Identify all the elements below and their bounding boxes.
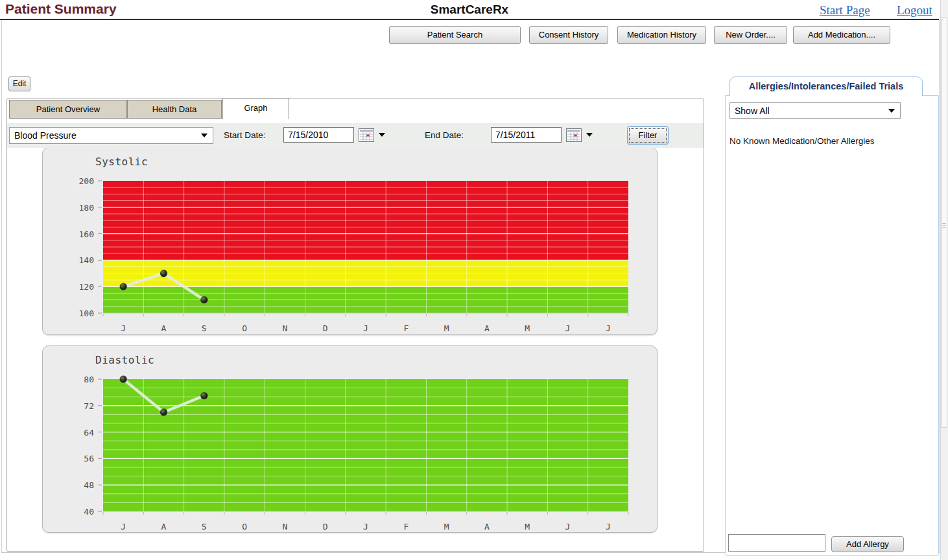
svg-text:180: 180 bbox=[79, 203, 94, 213]
svg-text:48: 48 bbox=[84, 480, 94, 490]
tab-health-data[interactable]: Health Data bbox=[127, 100, 222, 119]
vertical-scrollbar-thumb[interactable] bbox=[941, 17, 947, 428]
chevron-down-icon bbox=[888, 109, 895, 113]
svg-text:A: A bbox=[484, 522, 490, 531]
medication-history-button[interactable]: Medication History bbox=[617, 26, 706, 44]
svg-text:M: M bbox=[525, 323, 530, 333]
start-page-link[interactable]: Start Page bbox=[820, 3, 870, 18]
graph-filter-bar: Blood Pressure Start Date: End Date: bbox=[7, 123, 704, 148]
filter-button[interactable]: Filter bbox=[627, 126, 669, 145]
svg-text:N: N bbox=[282, 522, 287, 531]
scrollbar-gripper-icon bbox=[942, 223, 946, 228]
svg-text:A: A bbox=[484, 323, 490, 333]
edit-button[interactable]: Edit bbox=[8, 76, 30, 91]
diastolic-chart-title: Diastolic bbox=[95, 354, 154, 366]
calendar-icon[interactable] bbox=[566, 128, 582, 142]
svg-text:140: 140 bbox=[79, 255, 94, 265]
calendar-icon[interactable] bbox=[359, 128, 374, 142]
chevron-down-icon bbox=[201, 134, 207, 137]
svg-text:56: 56 bbox=[84, 454, 94, 463]
allergies-panel bbox=[725, 95, 939, 556]
allergy-filter-dropdown[interactable]: Show All bbox=[729, 102, 901, 119]
systolic-chart-plot: 100120140160180200JASONDJFMAMJJ bbox=[43, 148, 658, 336]
svg-text:J: J bbox=[363, 323, 368, 333]
svg-text:D: D bbox=[323, 522, 328, 531]
svg-text:72: 72 bbox=[84, 401, 94, 411]
svg-text:M: M bbox=[444, 522, 449, 531]
svg-text:J: J bbox=[565, 522, 571, 531]
measure-dropdown-value: Blood Pressure bbox=[14, 128, 77, 143]
svg-text:M: M bbox=[525, 522, 530, 531]
svg-text:D: D bbox=[323, 323, 328, 333]
svg-text:A: A bbox=[161, 522, 167, 531]
start-date-input[interactable] bbox=[283, 127, 354, 143]
systolic-chart-title: Systolic bbox=[95, 156, 148, 168]
consent-history-button[interactable]: Consent History bbox=[529, 26, 608, 44]
svg-text:J: J bbox=[606, 323, 611, 333]
new-order-button[interactable]: New Order.... bbox=[714, 26, 787, 44]
end-date-label: End Date: bbox=[425, 123, 464, 148]
end-date-input[interactable] bbox=[491, 127, 562, 143]
tab-graph[interactable]: Graph bbox=[222, 98, 289, 119]
logout-link[interactable]: Logout bbox=[897, 3, 932, 18]
svg-text:J: J bbox=[565, 323, 571, 333]
svg-text:100: 100 bbox=[79, 309, 94, 318]
svg-text:64: 64 bbox=[84, 428, 94, 438]
svg-text:S: S bbox=[202, 323, 207, 333]
add-medication-button[interactable]: Add Medication.... bbox=[793, 26, 890, 44]
no-allergies-message: No Known Medication/Other Allergies bbox=[729, 136, 875, 146]
allergies-panel-title: Allergies/Intolerances/Failed Trials bbox=[729, 76, 923, 96]
svg-text:J: J bbox=[121, 323, 126, 333]
svg-text:O: O bbox=[242, 522, 247, 531]
svg-text:F: F bbox=[403, 323, 409, 333]
svg-text:M: M bbox=[444, 323, 449, 333]
patient-search-button[interactable]: Patient Search bbox=[389, 26, 521, 44]
svg-text:J: J bbox=[121, 522, 126, 531]
add-allergy-input[interactable] bbox=[728, 534, 825, 552]
chevron-down-icon[interactable] bbox=[379, 133, 385, 137]
add-allergy-button[interactable]: Add Allergy bbox=[831, 536, 904, 552]
measure-dropdown[interactable]: Blood Pressure bbox=[9, 127, 213, 144]
start-date-label: Start Date: bbox=[224, 123, 266, 148]
diastolic-chart-card: 404856647280JASONDJFMAMJJ Diastolic bbox=[42, 345, 658, 533]
svg-text:40: 40 bbox=[84, 507, 94, 517]
svg-text:F: F bbox=[403, 522, 409, 531]
chevron-down-icon[interactable] bbox=[586, 133, 593, 137]
tab-patient-overview[interactable]: Patient Overview bbox=[9, 100, 127, 119]
svg-text:160: 160 bbox=[79, 229, 94, 239]
svg-text:O: O bbox=[242, 323, 247, 333]
svg-text:J: J bbox=[606, 522, 611, 531]
systolic-chart-card: 100120140160180200JASONDJFMAMJJ Systolic bbox=[42, 147, 658, 335]
svg-text:120: 120 bbox=[79, 282, 94, 292]
svg-text:S: S bbox=[202, 522, 207, 531]
svg-text:200: 200 bbox=[79, 176, 94, 186]
svg-text:A: A bbox=[161, 323, 167, 333]
allergy-filter-dropdown-value: Show All bbox=[735, 103, 770, 118]
svg-text:80: 80 bbox=[84, 375, 94, 384]
diastolic-chart-plot: 404856647280JASONDJFMAMJJ bbox=[43, 346, 658, 533]
svg-text:J: J bbox=[363, 522, 368, 531]
svg-text:N: N bbox=[282, 323, 287, 333]
app-title: SmartCareRx bbox=[0, 3, 939, 17]
